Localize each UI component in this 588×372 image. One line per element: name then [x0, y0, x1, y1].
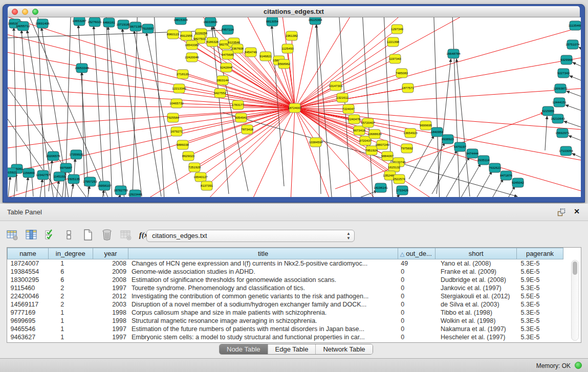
graph-node[interactable]: 8471876 — [500, 171, 513, 180]
table-row[interactable]: 946554611997Estimation of the future num… — [8, 325, 563, 333]
graph-node[interactable]: 9242844 — [220, 63, 233, 72]
graph-node[interactable]: 9474444 — [466, 149, 479, 158]
citation-edge-red[interactable] — [207, 108, 295, 186]
graph-node[interactable]: 9329966 — [560, 55, 573, 64]
column-header-in_degree[interactable]: in_degree — [48, 248, 93, 259]
table-row[interactable]: 946362711997Embryonic stem cells: a mode… — [8, 333, 563, 341]
table-cell[interactable]: Changes of HCN gene expression and I(f) … — [128, 259, 398, 268]
graph-node[interactable]: 2718120 — [177, 70, 189, 79]
citation-edge-black[interactable] — [108, 27, 124, 197]
citation-edge-black[interactable] — [39, 179, 42, 197]
network-window[interactable]: citations_edges.txt 18724007896012389129… — [3, 4, 585, 203]
graph-node[interactable]: 18815304 — [173, 17, 188, 25]
network-canvas[interactable]: 1872400789601238912955922605898275038186… — [8, 17, 581, 197]
citation-edge-black[interactable] — [360, 191, 377, 197]
table-cell[interactable]: 0 — [398, 276, 435, 284]
graph-node[interactable]: 6479197 — [454, 142, 467, 151]
table-cell[interactable]: Stergiakouli et al. (2012) — [435, 292, 517, 300]
graph-node[interactable]: 8960123 — [167, 30, 180, 39]
table-cell[interactable]: 18300295 — [8, 276, 49, 284]
graph-node[interactable]: 2935114 — [477, 156, 490, 165]
column-header-short[interactable]: short — [435, 248, 517, 259]
graph-node[interactable]: 1297349 — [391, 25, 404, 34]
graph-node[interactable]: 1679271 — [170, 127, 183, 136]
citation-edge-black[interactable] — [565, 105, 581, 118]
table-cell[interactable]: Tibbo et al. (1998) — [435, 309, 517, 317]
graph-node[interactable]: 1505135 — [68, 174, 80, 184]
graph-node[interactable]: 12923448 — [128, 190, 142, 197]
table-cell[interactable]: 2009 — [93, 268, 128, 276]
graph-node[interactable]: 1733426 — [396, 186, 409, 195]
table-cell[interactable]: Estimation of the future numbers of pati… — [128, 325, 398, 333]
citation-edge-black[interactable] — [73, 159, 75, 189]
table-chooser-select[interactable]: citations_edges.txt ▲▼ — [146, 230, 355, 242]
graph-node[interactable]: 15692971 — [555, 128, 570, 138]
graph-node[interactable]: 8629023 — [182, 151, 195, 161]
citation-edge-black[interactable] — [567, 91, 581, 104]
graph-node[interactable]: 16540127 — [193, 172, 208, 182]
table-cell[interactable]: 2 — [48, 292, 93, 300]
table-cell[interactable]: Genome-wide association studies in ADHD. — [128, 268, 398, 276]
graph-node[interactable]: 15276021 — [88, 17, 102, 27]
table-cell[interactable]: 1 — [48, 317, 93, 325]
table-cell[interactable]: 49 — [398, 259, 435, 268]
graph-node[interactable]: 8454749 — [245, 48, 257, 57]
table-cell[interactable]: 1 — [48, 333, 93, 341]
column-header-year[interactable]: year — [93, 248, 128, 259]
graph-node[interactable]: 9227343 — [557, 69, 570, 78]
table-row[interactable]: 1872400712008Changes of HCN gene express… — [8, 259, 563, 268]
table-cell[interactable]: 0 — [398, 268, 435, 276]
column-header-name[interactable]: name — [8, 248, 49, 259]
citation-edge-black[interactable] — [132, 17, 138, 197]
citation-edge-black[interactable] — [384, 194, 400, 197]
table-row[interactable]: 911546021997Tourette syndrome. Phenomeno… — [8, 284, 563, 292]
graph-node[interactable]: 7857224 — [222, 25, 234, 34]
table-cell[interactable]: 0 — [398, 284, 435, 292]
float-panel-icon[interactable] — [557, 208, 565, 216]
citation-edge-black[interactable] — [362, 17, 375, 197]
graph-node[interactable]: 20206576 — [46, 151, 60, 161]
citation-edge-black[interactable] — [478, 179, 503, 197]
table-cell[interactable]: Investigating the contribution of common… — [128, 292, 398, 300]
graph-node[interactable]: 8215955 — [542, 106, 555, 116]
table-row[interactable]: 2242004622012Investigating the contribut… — [8, 292, 563, 300]
graph-node[interactable]: 1877571 — [402, 83, 415, 93]
citation-edge-black[interactable] — [25, 177, 28, 197]
graph-node[interactable]: 12342757 — [36, 170, 50, 180]
graph-node[interactable]: 2522574 — [393, 174, 406, 184]
table-cell[interactable]: 1997 — [93, 325, 128, 333]
scrollbar-thumb[interactable] — [573, 261, 577, 275]
table-cell[interactable]: 1 — [48, 325, 93, 333]
graph-node[interactable]: 10465732 — [169, 99, 184, 108]
graph-node[interactable]: 7515557 — [142, 24, 155, 33]
graph-node[interactable]: 9245042 — [512, 178, 525, 187]
table-cell[interactable]: 19384554 — [8, 268, 49, 276]
network-window-titlebar[interactable]: citations_edges.txt — [8, 6, 580, 17]
table-cell[interactable]: 2003 — [93, 300, 128, 309]
table-cell[interactable]: Structural magnetic resonance image aver… — [128, 317, 398, 325]
graph-node[interactable]: 1125493 — [281, 44, 294, 53]
table-cell[interactable]: 1 — [48, 259, 93, 268]
table-cell[interactable]: Wolkin et al. (1998) — [435, 317, 517, 325]
citation-edge-black[interactable] — [316, 25, 321, 194]
table-cell[interactable]: 2 — [48, 300, 93, 309]
memory-ok-icon[interactable] — [575, 362, 582, 369]
table-vertical-scrollbar[interactable] — [571, 260, 579, 341]
graph-node[interactable]: 1145193 — [53, 172, 66, 181]
graph-node[interactable]: 17103054 — [559, 146, 573, 156]
table-cell[interactable]: Embryonic stem cells: a model to study s… — [128, 333, 398, 341]
table-cell[interactable]: 9463627 — [8, 333, 49, 341]
table-cell[interactable]: 1998 — [93, 317, 128, 325]
graph-node[interactable]: 7632621 — [489, 163, 502, 172]
graph-node[interactable]: 16671385 — [128, 22, 143, 31]
table-cell[interactable]: 6 — [48, 268, 93, 276]
graph-node[interactable]: 1321612 — [336, 93, 349, 102]
table-cell[interactable]: Jankovic et al. (1997) — [435, 284, 517, 292]
citation-edge-red[interactable] — [295, 86, 336, 108]
table-cell[interactable]: 5.3E-5 — [517, 333, 563, 341]
table-cell[interactable]: 2012 — [93, 292, 128, 300]
table-cell[interactable]: 0 — [398, 325, 435, 333]
citation-edge-black[interactable] — [432, 150, 457, 194]
graph-node[interactable]: 1156869 — [23, 168, 35, 178]
graph-node[interactable]: 16782759 — [114, 186, 128, 195]
